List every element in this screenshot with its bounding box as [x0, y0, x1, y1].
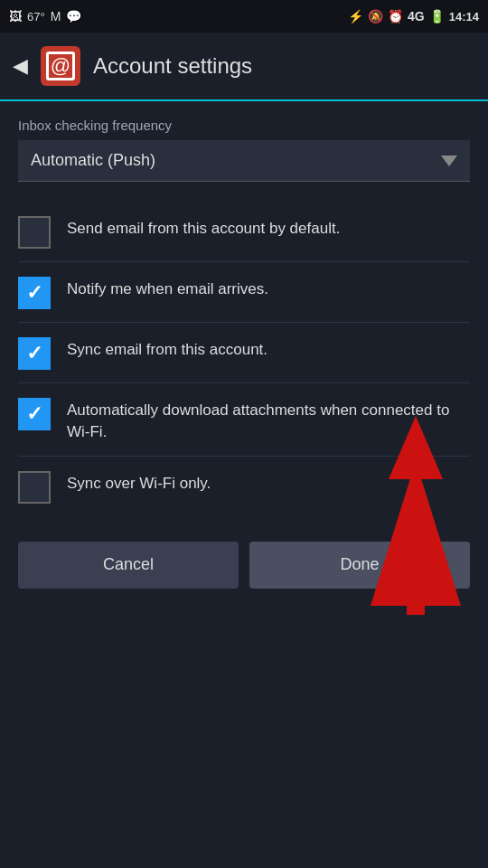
status-left: 🖼 67° M 💬 [9, 9, 81, 24]
checkbox-box-auto-download[interactable]: ✓ [18, 398, 51, 430]
checkbox-label-sync-wifi: Sync over Wi-Fi only. [67, 469, 211, 495]
bluetooth-icon: ⚡ [348, 9, 363, 24]
svg-marker-2 [389, 416, 443, 479]
alarm-icon: ⏰ [388, 9, 403, 24]
cancel-button[interactable]: Cancel [18, 542, 239, 589]
annotation-arrow [343, 407, 488, 615]
chat-icon: 💬 [66, 9, 81, 24]
chevron-down-icon [441, 156, 457, 166]
status-bar: 🖼 67° M 💬 ⚡ 🔕 ⏰ 4G 🔋 14:14 [0, 0, 488, 33]
checkmark-icon: ✓ [26, 283, 42, 303]
clock: 14:14 [449, 10, 479, 24]
inbox-frequency-dropdown[interactable]: Automatic (Push) [18, 140, 470, 182]
checkmark-icon: ✓ [26, 404, 42, 424]
checkbox-box-notify-email[interactable]: ✓ [18, 277, 51, 309]
app-bar: ◀ @ Account settings [0, 33, 488, 101]
mute-icon: 🔕 [368, 9, 383, 24]
checkbox-label-notify-email: Notify me when email arrives. [67, 275, 268, 300]
checkbox-box-send-default[interactable] [18, 216, 51, 249]
checkbox-sync-email[interactable]: ✓ Sync email from this account. [18, 323, 470, 382]
checkmark-icon: ✓ [26, 344, 42, 363]
back-button[interactable]: ◀ [13, 54, 28, 78]
app-logo: @ [41, 46, 80, 86]
status-right: ⚡ 🔕 ⏰ 4G 🔋 14:14 [348, 9, 479, 24]
dropdown-value: Automatic (Push) [31, 151, 155, 170]
checkbox-box-sync-email[interactable]: ✓ [18, 337, 51, 370]
signal-icon: 4G [408, 9, 425, 24]
checkbox-box-sync-wifi[interactable] [18, 471, 51, 504]
inbox-frequency-label: Inbox checking frequency [18, 118, 470, 133]
checkbox-label-sync-email: Sync email from this account. [67, 335, 267, 361]
checkbox-send-default[interactable]: Send email from this account by default. [18, 202, 470, 261]
checkbox-notify-email[interactable]: ✓ Notify me when email arrives. [18, 262, 470, 322]
page-title: Account settings [93, 53, 252, 79]
temperature: 67° [27, 10, 45, 24]
checkbox-label-send-default: Send email from this account by default. [67, 214, 340, 240]
app-logo-letter: @ [51, 54, 70, 78]
svg-marker-1 [371, 461, 461, 615]
gmail-icon: M [51, 9, 61, 24]
battery-icon: 🔋 [429, 9, 445, 24]
image-icon: 🖼 [9, 9, 22, 24]
